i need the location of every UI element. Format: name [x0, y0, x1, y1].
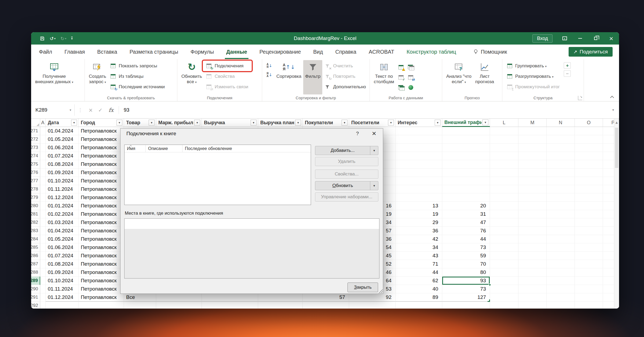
cell[interactable]: [603, 160, 614, 169]
column-header-field-1[interactable]: Дата: [46, 119, 79, 127]
recent-sources-button[interactable]: ↻ Последние источники: [108, 82, 167, 92]
connections-list[interactable]: Имя Описание Последнее обновление: [124, 145, 311, 205]
cell[interactable]: [156, 293, 202, 302]
cell[interactable]: Петропавловск: [79, 152, 124, 160]
group-button[interactable]: Группировать: [504, 61, 562, 71]
cell[interactable]: 01.04.2024: [46, 127, 79, 135]
cell[interactable]: [575, 169, 603, 177]
cell[interactable]: Петропавловск: [79, 252, 124, 260]
row-header-271[interactable]: 271: [31, 127, 40, 135]
remove-duplicates-button[interactable]: [407, 62, 415, 72]
cell[interactable]: [575, 160, 603, 169]
cell[interactable]: [547, 177, 575, 185]
cell[interactable]: [442, 160, 490, 169]
cell[interactable]: [46, 302, 79, 309]
share-button[interactable]: ↗ Поделиться: [569, 47, 613, 57]
cell[interactable]: [575, 227, 603, 235]
cell[interactable]: [603, 185, 614, 193]
cell[interactable]: [603, 144, 614, 152]
cell[interactable]: 13: [396, 202, 442, 210]
cell[interactable]: [442, 193, 490, 202]
cell[interactable]: [490, 218, 518, 227]
row-header-288[interactable]: 288: [31, 268, 40, 277]
cell[interactable]: [442, 127, 490, 135]
cell[interactable]: [603, 210, 614, 218]
cell[interactable]: [156, 302, 202, 309]
cell[interactable]: [547, 285, 575, 293]
cell[interactable]: [518, 127, 547, 135]
cell[interactable]: [396, 152, 442, 160]
row-header-287[interactable]: 287: [31, 260, 40, 268]
ribbon-tab-5[interactable]: Формулы: [189, 45, 215, 59]
cell[interactable]: 43: [396, 252, 442, 260]
cell[interactable]: [575, 144, 603, 152]
dialog-close-button[interactable]: ✕: [368, 129, 380, 138]
cell[interactable]: Петропавловск: [79, 160, 124, 169]
cell[interactable]: [547, 210, 575, 218]
filter-dropdown-button[interactable]: [149, 120, 155, 126]
cell[interactable]: [547, 218, 575, 227]
row-header-273[interactable]: 273: [31, 144, 40, 152]
sign-in-button[interactable]: Вход: [532, 34, 552, 43]
cell[interactable]: [575, 210, 603, 218]
cell[interactable]: 01.05.2024: [46, 235, 79, 243]
formula-input[interactable]: 93: [120, 107, 607, 113]
cell[interactable]: [490, 185, 518, 193]
row-header-275[interactable]: 275: [31, 160, 40, 169]
cell[interactable]: [518, 144, 547, 152]
cell[interactable]: [518, 235, 547, 243]
cell[interactable]: 01.08.2024: [46, 260, 79, 268]
cell[interactable]: 01.12.2024: [46, 193, 79, 202]
cell[interactable]: [603, 152, 614, 160]
filter-dropdown-button[interactable]: [435, 120, 441, 126]
cell[interactable]: 57: [303, 293, 349, 302]
sort-ascending-button[interactable]: АЯ ↓: [264, 61, 275, 70]
filter-dropdown-button[interactable]: [295, 120, 301, 126]
filter-dropdown-button[interactable]: [342, 120, 347, 126]
cell[interactable]: [518, 160, 547, 169]
cell[interactable]: [40, 243, 46, 252]
cell[interactable]: [547, 160, 575, 169]
cell[interactable]: Петропавловск: [79, 293, 124, 302]
cell[interactable]: Петропавловск: [79, 135, 124, 144]
manage-data-model-button[interactable]: [407, 83, 415, 92]
cell[interactable]: [547, 135, 575, 144]
cell[interactable]: [603, 285, 614, 293]
cell[interactable]: [547, 277, 575, 285]
hide-detail-button[interactable]: −: [564, 70, 571, 77]
cell[interactable]: Петропавловск: [79, 210, 124, 218]
cell[interactable]: 76: [442, 227, 490, 235]
cell[interactable]: [490, 243, 518, 252]
sort-button[interactable]: АЯ ↑↓ Сортировка: [275, 60, 303, 94]
row-header-289[interactable]: 289: [31, 277, 40, 285]
cell[interactable]: 01.03.2024: [46, 218, 79, 227]
ungroup-button[interactable]: Разгруппировать: [504, 71, 562, 82]
cell[interactable]: [603, 302, 614, 309]
add-connection-button[interactable]: Добавить...: [315, 146, 378, 155]
refresh-all-button[interactable]: ↻ Обновить все: [180, 60, 204, 94]
cell[interactable]: [40, 185, 46, 193]
cell[interactable]: Петропавловск: [79, 169, 124, 177]
cell[interactable]: [490, 127, 518, 135]
row-header-272[interactable]: 272: [31, 135, 40, 144]
cell[interactable]: [518, 302, 547, 309]
cell[interactable]: [490, 193, 518, 202]
cancel-entry-button[interactable]: ×: [86, 107, 96, 113]
cell[interactable]: 36: [396, 227, 442, 235]
cell[interactable]: [518, 268, 547, 277]
sort-descending-button[interactable]: ЯА ↓: [264, 70, 275, 79]
cell[interactable]: Петропавловск: [79, 185, 124, 193]
row-header-274[interactable]: 274: [31, 152, 40, 160]
cell[interactable]: [349, 302, 396, 309]
cell[interactable]: [547, 202, 575, 210]
cell[interactable]: [603, 227, 614, 235]
cell[interactable]: [490, 177, 518, 185]
cell[interactable]: [518, 177, 547, 185]
dialog-titlebar[interactable]: Подключения к книге ? ✕: [120, 129, 383, 138]
minimize-button[interactable]: [572, 32, 588, 45]
dialog-help-button[interactable]: ?: [351, 129, 364, 138]
row-header-291[interactable]: 291: [31, 293, 40, 302]
cell[interactable]: [518, 243, 547, 252]
cell[interactable]: [518, 185, 547, 193]
cell[interactable]: [603, 235, 614, 243]
